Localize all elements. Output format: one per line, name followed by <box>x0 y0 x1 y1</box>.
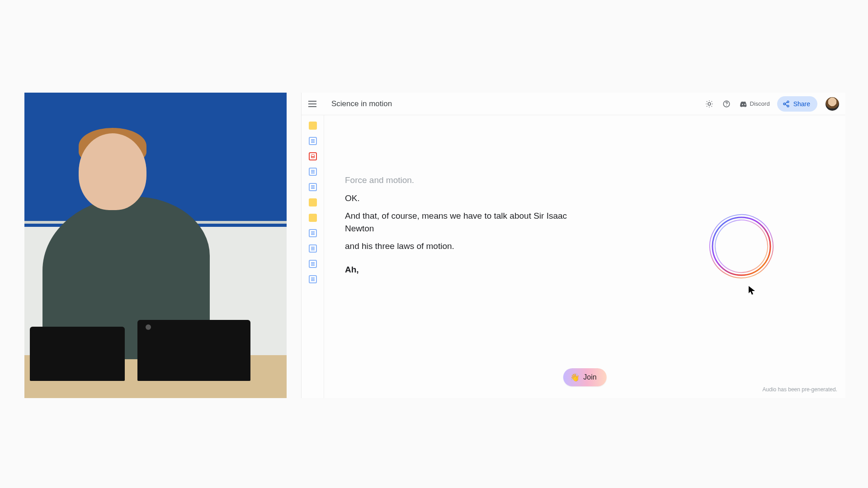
footer-note: Audio has been pre-generated. <box>763 386 837 393</box>
help-icon <box>722 100 731 108</box>
source-item[interactable] <box>309 152 317 160</box>
svg-point-5 <box>787 105 789 107</box>
transcript-context: Force and motion. <box>345 174 580 187</box>
ai-voice-orb <box>705 210 778 282</box>
notebook-title: Science in motion <box>331 99 392 108</box>
notebook-app: Science in motion Discord Share For <box>301 93 845 398</box>
join-label: Join <box>583 373 596 381</box>
svg-point-4 <box>783 103 785 105</box>
share-icon <box>783 100 790 108</box>
svg-point-6 <box>712 217 770 275</box>
share-button[interactable]: Share <box>777 96 817 112</box>
source-item[interactable] <box>309 198 317 206</box>
sun-icon <box>705 100 713 108</box>
join-button[interactable]: 👋 Join <box>563 368 606 386</box>
hamburger-icon <box>308 101 316 107</box>
help-button[interactable] <box>720 98 733 110</box>
transcript: Force and motion. OK.And that, of course… <box>345 174 580 276</box>
source-item[interactable] <box>309 183 317 191</box>
source-item[interactable] <box>309 122 317 130</box>
svg-point-3 <box>787 101 789 103</box>
app-header: Science in motion Discord Share <box>302 93 845 115</box>
svg-point-7 <box>705 210 778 282</box>
theme-toggle[interactable] <box>703 98 716 110</box>
discord-link[interactable]: Discord <box>737 100 773 107</box>
transcript-line: OK. <box>345 192 580 205</box>
transcript-line: And that, of course, means we have to ta… <box>345 210 580 235</box>
account-avatar[interactable] <box>826 97 839 111</box>
menu-button[interactable] <box>306 98 319 110</box>
source-item[interactable] <box>309 275 317 283</box>
transcript-current-line: Ah, <box>345 263 580 276</box>
share-label: Share <box>793 100 810 108</box>
content-area: Force and motion. OK.And that, of course… <box>324 115 845 398</box>
svg-point-8 <box>708 213 775 280</box>
sources-rail <box>302 115 324 398</box>
presenter-video <box>24 93 287 398</box>
svg-point-0 <box>708 103 711 105</box>
source-item[interactable] <box>309 137 317 145</box>
wave-emoji-icon: 👋 <box>570 373 580 382</box>
discord-icon <box>740 101 747 107</box>
source-item[interactable] <box>309 244 317 253</box>
mouse-cursor-icon <box>749 286 755 295</box>
discord-label: Discord <box>750 100 770 107</box>
source-item[interactable] <box>309 260 317 268</box>
source-item[interactable] <box>309 214 317 222</box>
source-item[interactable] <box>309 229 317 237</box>
source-item[interactable] <box>309 168 317 176</box>
transcript-line: and his three laws of motion. <box>345 240 580 253</box>
svg-point-2 <box>726 105 727 106</box>
